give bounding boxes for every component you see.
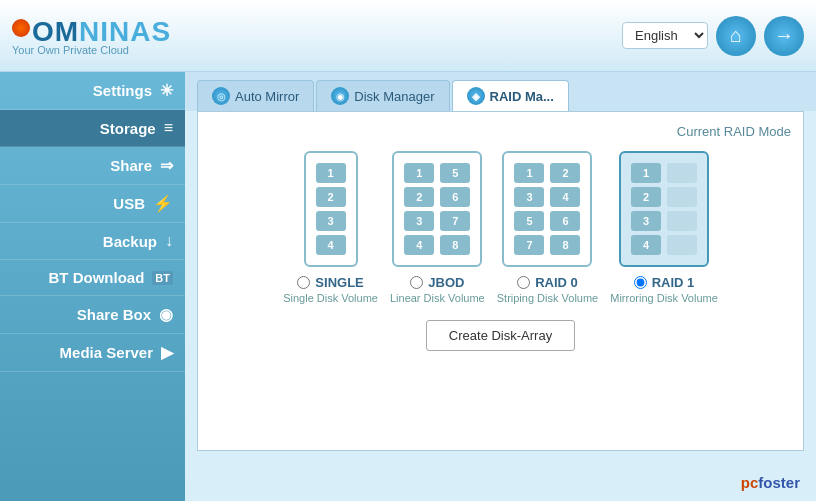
- disk-slot: 1: [514, 163, 544, 183]
- sidebar-item-backup[interactable]: Backup ↓: [0, 223, 185, 260]
- disk-slot-faded: [667, 211, 697, 231]
- disk-slot: 1: [631, 163, 661, 183]
- sidebar-item-sharebox[interactable]: Share Box ◉: [0, 296, 185, 334]
- jbod-label: JBOD: [428, 275, 464, 290]
- usb-label: USB: [113, 195, 145, 212]
- settings-label: Settings: [93, 82, 152, 99]
- create-disk-array-button[interactable]: Create Disk-Array: [426, 320, 575, 351]
- header-controls: English 中文 日本語 Deutsch ⌂ →: [622, 16, 804, 56]
- sidebar: Settings ✳ Storage ≡ Share ⇒ USB ⚡ Backu…: [0, 72, 185, 501]
- raid0-radio[interactable]: [517, 276, 530, 289]
- usb-icon: ⚡: [153, 194, 173, 213]
- backup-label: Backup: [103, 233, 157, 250]
- raid1-sub: Mirroring Disk Volume: [610, 292, 718, 304]
- storage-label: Storage: [100, 120, 156, 137]
- raid0-label: RAID 0: [535, 275, 578, 290]
- raid0-col1: 1 3 5 7: [514, 163, 544, 255]
- language-select[interactable]: English 中文 日本語 Deutsch: [622, 22, 708, 49]
- tab-disk-manager[interactable]: ◉ Disk Manager: [316, 80, 449, 111]
- disk-slot: 8: [440, 235, 470, 255]
- disk-slot-faded: [667, 187, 697, 207]
- disk-slot: 1: [404, 163, 434, 183]
- jbod-diagram: 1 2 3 4 5 6 7 8: [392, 151, 482, 267]
- sidebar-item-settings[interactable]: Settings ✳: [0, 72, 185, 110]
- disk-slot: 7: [440, 211, 470, 231]
- single-col1: 1 2 3 4: [316, 163, 346, 255]
- disk-slot: 2: [404, 187, 434, 207]
- bt-label: BT Download: [49, 269, 145, 286]
- disk-slot: 2: [316, 187, 346, 207]
- backup-icon: ↓: [165, 232, 173, 250]
- raid-options: 1 2 3 4 SINGLE Single Disk Volume: [210, 151, 791, 304]
- single-label: SINGLE: [315, 275, 363, 290]
- home-button[interactable]: ⌂: [716, 16, 756, 56]
- raid1-radio[interactable]: [634, 276, 647, 289]
- media-label: Media Server: [60, 344, 153, 361]
- media-icon: ▶: [161, 343, 173, 362]
- sidebar-item-bt[interactable]: BT Download BT: [0, 260, 185, 296]
- jbod-radio-row: JBOD: [410, 275, 464, 290]
- sidebar-item-share[interactable]: Share ⇒: [0, 147, 185, 185]
- disk-manager-tab-icon: ◉: [331, 87, 349, 105]
- disk-slot: 5: [440, 163, 470, 183]
- logo-dot: [12, 19, 30, 37]
- sharebox-label: Share Box: [77, 306, 151, 323]
- raid-option-jbod[interactable]: 1 2 3 4 5 6 7 8: [390, 151, 485, 304]
- disk-slot: 6: [550, 211, 580, 231]
- sharebox-icon: ◉: [159, 305, 173, 324]
- tab-bar: ◎ Auto Mirror ◉ Disk Manager ◈ RAID Ma..…: [185, 72, 816, 111]
- raid0-col2: 2 4 6 8: [550, 163, 580, 255]
- jbod-sub: Linear Disk Volume: [390, 292, 485, 304]
- tab-auto-mirror[interactable]: ◎ Auto Mirror: [197, 80, 314, 111]
- disk-slot: 4: [316, 235, 346, 255]
- disk-slot: 4: [631, 235, 661, 255]
- disk-manager-tab-label: Disk Manager: [354, 89, 434, 104]
- raid1-radio-row: RAID 1: [634, 275, 695, 290]
- raid-option-raid1[interactable]: 1 2 3 4 RAID: [610, 151, 718, 304]
- disk-slot: 3: [316, 211, 346, 231]
- raid0-diagram: 1 3 5 7 2 4 6 8: [502, 151, 592, 267]
- brand-pc: pc: [741, 474, 759, 491]
- auto-mirror-tab-label: Auto Mirror: [235, 89, 299, 104]
- tab-raid-manager[interactable]: ◈ RAID Ma...: [452, 80, 569, 111]
- auto-mirror-tab-icon: ◎: [212, 87, 230, 105]
- share-icon: ⇒: [160, 156, 173, 175]
- raid-manager-tab-icon: ◈: [467, 87, 485, 105]
- raid0-radio-row: RAID 0: [517, 275, 578, 290]
- disk-slot: 3: [404, 211, 434, 231]
- tab-content-raid: Current RAID Mode 1 2 3 4 SINGLE: [197, 111, 804, 451]
- single-diagram: 1 2 3 4: [304, 151, 358, 267]
- jbod-radio[interactable]: [410, 276, 423, 289]
- raid1-label: RAID 1: [652, 275, 695, 290]
- logo-subtitle: Your Own Private Cloud: [12, 44, 171, 56]
- raid1-col1: 1 2 3 4: [631, 163, 661, 255]
- main-layout: Settings ✳ Storage ≡ Share ⇒ USB ⚡ Backu…: [0, 72, 816, 501]
- storage-icon: ≡: [164, 119, 173, 137]
- sidebar-item-media[interactable]: Media Server ▶: [0, 334, 185, 372]
- share-label: Share: [110, 157, 152, 174]
- disk-slot: 5: [514, 211, 544, 231]
- jbod-col1: 1 2 3 4: [404, 163, 434, 255]
- raid1-col2-faded: [667, 163, 697, 255]
- single-radio[interactable]: [297, 276, 310, 289]
- disk-slot: 3: [514, 187, 544, 207]
- create-btn-row: Create Disk-Array: [210, 320, 791, 351]
- footer-brand: pcfoster: [741, 474, 800, 491]
- single-radio-row: SINGLE: [297, 275, 363, 290]
- raid-manager-tab-label: RAID Ma...: [490, 89, 554, 104]
- raid-option-single[interactable]: 1 2 3 4 SINGLE Single Disk Volume: [283, 151, 378, 304]
- disk-slot: 7: [514, 235, 544, 255]
- brand-foster: foster: [758, 474, 800, 491]
- disk-slot: 2: [631, 187, 661, 207]
- settings-icon: ✳: [160, 81, 173, 100]
- sidebar-item-usb[interactable]: USB ⚡: [0, 185, 185, 223]
- disk-slot: 2: [550, 163, 580, 183]
- header: OMNINAS Your Own Private Cloud English 中…: [0, 0, 816, 72]
- current-raid-label: Current RAID Mode: [210, 124, 791, 139]
- sidebar-item-storage[interactable]: Storage ≡: [0, 110, 185, 147]
- disk-slot: 4: [550, 187, 580, 207]
- raid-option-raid0[interactable]: 1 3 5 7 2 4 6 8: [497, 151, 599, 304]
- logout-button[interactable]: →: [764, 16, 804, 56]
- disk-slot: 4: [404, 235, 434, 255]
- content-area: ◎ Auto Mirror ◉ Disk Manager ◈ RAID Ma..…: [185, 72, 816, 501]
